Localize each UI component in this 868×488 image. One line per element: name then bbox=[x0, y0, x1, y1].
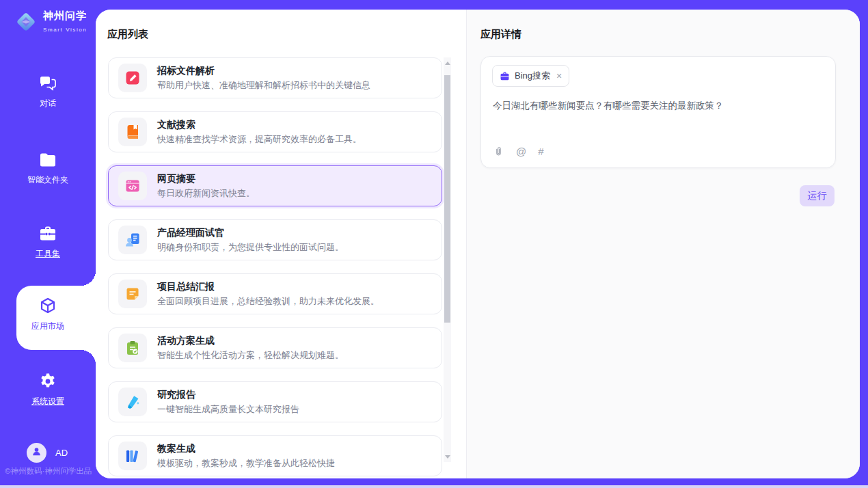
bottom-strip bbox=[0, 485, 868, 488]
app-card-title: 网页摘要 bbox=[157, 173, 255, 185]
chat-icon bbox=[0, 74, 96, 94]
prompt-toolbar: @# bbox=[493, 146, 544, 157]
app-list-section: 应用列表 招标文件解析帮助用户快速、准确地理解和解析招标书中的关键信息文献搜索快… bbox=[96, 10, 466, 478]
note-icon bbox=[118, 280, 147, 308]
app-card-lesson-plan[interactable]: 教案生成模板驱动，教案秒成，教学准备从此轻松快捷 bbox=[108, 435, 442, 476]
scrollbar-thumb[interactable] bbox=[444, 75, 450, 323]
scrollbar[interactable] bbox=[444, 57, 451, 462]
sidebar-item-system-settings[interactable]: 系统设置 bbox=[0, 372, 96, 407]
folder-icon bbox=[0, 150, 96, 170]
research-icon bbox=[118, 388, 147, 416]
hash-icon[interactable]: # bbox=[538, 146, 543, 157]
app-card-title: 产品经理面试官 bbox=[157, 227, 344, 239]
book-icon bbox=[118, 118, 147, 146]
browser-code-icon bbox=[118, 172, 147, 200]
paperclip-icon[interactable] bbox=[493, 146, 504, 157]
at-icon[interactable]: @ bbox=[516, 146, 526, 157]
sidebar-item-label: 智能文件夹 bbox=[0, 174, 96, 186]
app-card-research-report[interactable]: 研究报告一键智能生成高质量长文本研究报告 bbox=[108, 381, 442, 422]
app-card-project-summary[interactable]: 项目总结汇报全面回顾项目进展，总结经验教训，助力未来优化发展。 bbox=[108, 273, 442, 314]
app-card-bid-doc-analysis[interactable]: 招标文件解析帮助用户快速、准确地理解和解析招标书中的关键信息 bbox=[108, 57, 442, 98]
prompt-input[interactable]: 今日湖北有哪些新闻要点？有哪些需要关注的最新政策？ bbox=[493, 100, 824, 112]
gear-icon bbox=[0, 372, 96, 392]
sidebar-item-smart-folder[interactable]: 智能文件夹 bbox=[0, 150, 96, 186]
sidebar-item-label: 对话 bbox=[0, 98, 96, 109]
main-panel: 应用列表 招标文件解析帮助用户快速、准确地理解和解析招标书中的关键信息文献搜索快… bbox=[96, 10, 860, 478]
app-card-title: 文献搜索 bbox=[157, 119, 362, 131]
app-card-description: 明确身份和职责，为您提供专业性的面试问题。 bbox=[157, 241, 344, 254]
app-card-description: 帮助用户快速、准确地理解和解析招标书中的关键信息 bbox=[157, 79, 370, 92]
app-card-title: 研究报告 bbox=[157, 389, 299, 401]
app-card-title: 教案生成 bbox=[157, 443, 335, 455]
tool-tag-bing-search[interactable]: Bing搜索 × bbox=[492, 65, 569, 87]
run-button[interactable]: 运行 bbox=[800, 185, 835, 206]
app-card-description: 快速精准查找学术资源，提高研究效率的必备工具。 bbox=[157, 133, 362, 146]
app-card-list: 招标文件解析帮助用户快速、准确地理解和解析招标书中的关键信息文献搜索快速精准查找… bbox=[108, 57, 442, 478]
sidebar-item-app-market[interactable]: 应用市场 bbox=[0, 297, 96, 332]
app-card-title: 活动方案生成 bbox=[157, 335, 344, 347]
scrollbar-up-arrow-icon[interactable] bbox=[444, 59, 451, 67]
sidebar-item-label: 工具集 bbox=[0, 248, 96, 260]
interviewer-icon bbox=[118, 226, 147, 254]
books-icon bbox=[118, 442, 147, 470]
app-card-description: 一键智能生成高质量长文本研究报告 bbox=[157, 403, 299, 416]
app-card-web-summary[interactable]: 网页摘要每日政府新闻资讯快查。 bbox=[108, 165, 442, 206]
prompt-card: Bing搜索 × 今日湖北有哪些新闻要点？有哪些需要关注的最新政策？ @# bbox=[480, 56, 836, 168]
user-avatar[interactable] bbox=[27, 443, 46, 463]
app-detail-title: 应用详情 bbox=[480, 28, 521, 41]
briefcase-icon bbox=[500, 71, 510, 81]
clipboard-icon bbox=[118, 334, 147, 362]
app-card-literature-search[interactable]: 文献搜索快速精准查找学术资源，提高研究效率的必备工具。 bbox=[108, 111, 442, 152]
sidebar-item-chat[interactable]: 对话 bbox=[0, 74, 96, 109]
app-list-title: 应用列表 bbox=[107, 28, 148, 41]
person-icon bbox=[31, 446, 42, 460]
sidebar-item-toolset[interactable]: 工具集 bbox=[0, 224, 96, 260]
cube-icon bbox=[0, 297, 96, 316]
app-card-description: 模板驱动，教案秒成，教学准备从此轻松快捷 bbox=[157, 457, 335, 470]
app-card-description: 智能生成个性化活动方案，轻松解决规划难题。 bbox=[157, 349, 344, 362]
app-card-pm-interviewer[interactable]: 产品经理面试官明确身份和职责，为您提供专业性的面试问题。 bbox=[108, 219, 442, 260]
pen-square-icon bbox=[118, 64, 147, 92]
app-card-event-plan[interactable]: 活动方案生成智能生成个性化活动方案，轻松解决规划难题。 bbox=[108, 327, 442, 368]
user-initials: AD bbox=[55, 448, 68, 458]
sidebar-item-label: 系统设置 bbox=[0, 396, 96, 407]
sidebar: 神州问学 Smart Vision 对话智能文件夹工具集应用市场系统设置 AD … bbox=[0, 0, 96, 488]
app-card-description: 每日政府新闻资讯快查。 bbox=[157, 187, 255, 200]
sidebar-nav: 对话智能文件夹工具集应用市场系统设置 bbox=[0, 0, 96, 488]
scrollbar-down-arrow-icon[interactable] bbox=[444, 452, 451, 461]
toolbox-icon bbox=[0, 224, 96, 244]
app-card-description: 全面回顾项目进展，总结经验教训，助力未来优化发展。 bbox=[157, 295, 379, 308]
app-card-title: 招标文件解析 bbox=[157, 65, 370, 77]
tool-tag-label: Bing搜索 bbox=[515, 70, 550, 82]
tag-close-icon[interactable]: × bbox=[556, 71, 562, 81]
copyright-text: ©神州数码·神州问学出品 bbox=[5, 466, 92, 476]
app-card-title: 项目总结汇报 bbox=[157, 281, 379, 293]
user-row[interactable]: AD bbox=[27, 443, 68, 463]
app-detail-section: 应用详情 Bing搜索 × 今日湖北有哪些新闻要点？有哪些需要关注的最新政策？ … bbox=[466, 10, 860, 478]
sidebar-item-label: 应用市场 bbox=[0, 321, 96, 332]
